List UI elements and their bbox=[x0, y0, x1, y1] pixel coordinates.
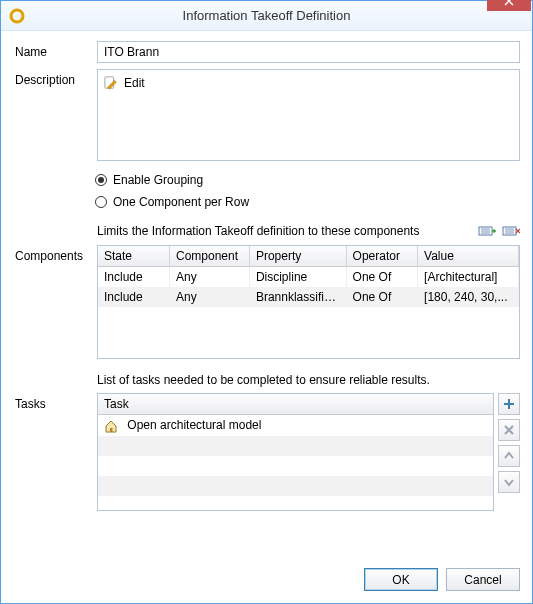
one-component-per-row-radio[interactable]: One Component per Row bbox=[95, 195, 249, 209]
remove-component-rule-icon[interactable] bbox=[502, 223, 520, 239]
add-component-rule-icon[interactable] bbox=[478, 223, 496, 239]
enable-grouping-label: Enable Grouping bbox=[113, 173, 203, 187]
col-state[interactable]: State bbox=[98, 246, 169, 267]
tasks-intro-text: List of tasks needed to be completed to … bbox=[97, 371, 520, 387]
tasks-label: Tasks bbox=[15, 393, 87, 411]
svg-rect-4 bbox=[110, 428, 113, 432]
title-bar: Information Takeoff Definition bbox=[1, 1, 532, 31]
dialog-window: Information Takeoff Definition Name Desc… bbox=[0, 0, 533, 604]
col-task[interactable]: Task bbox=[98, 394, 493, 415]
table-row[interactable]: Include Any Discipline One Of [Architect… bbox=[98, 267, 519, 288]
components-limits-text: Limits the Information Takeoff definitio… bbox=[97, 224, 478, 238]
col-property[interactable]: Property bbox=[249, 246, 346, 267]
window-title: Information Takeoff Definition bbox=[1, 8, 532, 23]
components-header-row: State Component Property Operator Value bbox=[98, 246, 519, 267]
col-component[interactable]: Component bbox=[169, 246, 249, 267]
table-row[interactable]: Open architectural model bbox=[98, 415, 493, 436]
name-input[interactable] bbox=[97, 41, 520, 63]
enable-grouping-radio[interactable]: Enable Grouping bbox=[95, 173, 249, 187]
ok-button[interactable]: OK bbox=[364, 568, 438, 591]
table-row[interactable]: Include Any Brannklassifise... One Of [1… bbox=[98, 287, 519, 307]
components-grid[interactable]: State Component Property Operator Value … bbox=[97, 245, 520, 359]
delete-task-button[interactable] bbox=[498, 419, 520, 441]
description-label: Description bbox=[15, 69, 87, 87]
tasks-grid[interactable]: Task Open architectural model bbox=[97, 393, 494, 511]
app-icon bbox=[9, 8, 25, 24]
move-down-button[interactable] bbox=[498, 471, 520, 493]
dialog-footer: OK Cancel bbox=[1, 558, 532, 603]
components-label: Components bbox=[15, 245, 87, 263]
name-label: Name bbox=[15, 41, 87, 59]
house-icon bbox=[104, 419, 118, 433]
edit-label: Edit bbox=[124, 76, 145, 90]
description-box[interactable]: Edit bbox=[97, 69, 520, 161]
task-label: Open architectural model bbox=[127, 418, 261, 432]
edit-description-link[interactable]: Edit bbox=[104, 76, 513, 90]
move-up-button[interactable] bbox=[498, 445, 520, 467]
cancel-button[interactable]: Cancel bbox=[446, 568, 520, 591]
close-button[interactable] bbox=[487, 0, 531, 11]
col-value[interactable]: Value bbox=[418, 246, 519, 267]
pencil-icon bbox=[104, 76, 118, 90]
add-task-button[interactable] bbox=[498, 393, 520, 415]
one-per-row-label: One Component per Row bbox=[113, 195, 249, 209]
col-operator[interactable]: Operator bbox=[346, 246, 417, 267]
svg-point-0 bbox=[11, 10, 23, 22]
